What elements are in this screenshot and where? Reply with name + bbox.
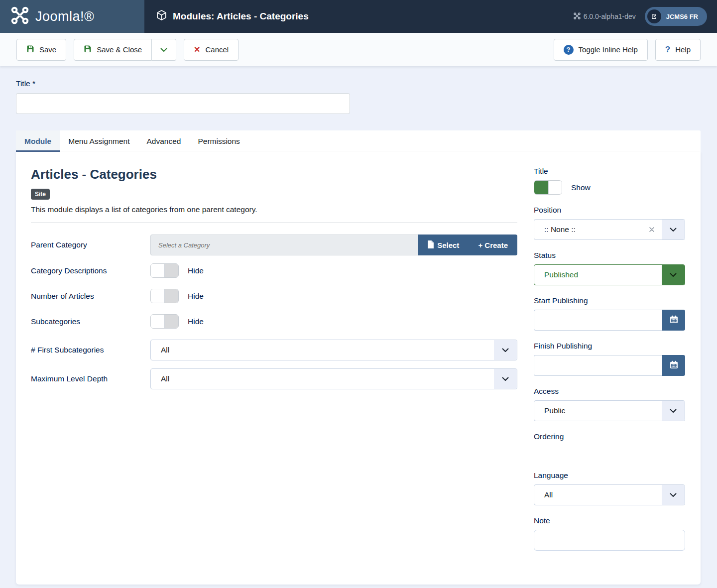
start-publishing-calendar-button[interactable] [662,310,685,331]
number-of-articles-toggle[interactable] [150,289,179,303]
finish-publishing-calendar-button[interactable] [662,355,685,376]
page-body: Title * Module Menu Assignment Advanced … [0,66,717,585]
note-label: Note [534,516,685,525]
access-field: Access Public [534,387,685,421]
save-options-dropdown-button[interactable] [152,39,176,61]
subcategories-label: Subcategories [31,317,150,326]
site-button-label: JCMS6 FR [666,13,698,20]
note-input[interactable] [534,530,685,551]
first-subcategories-select[interactable]: All [150,340,517,360]
module-options-sidebar: Title Show Position :: None :: [534,167,685,562]
help-label: Help [675,45,691,54]
tab-module[interactable]: Module [16,130,60,152]
ordering-empty-control [534,446,685,460]
number-of-articles-label: Number of Articles [31,292,150,301]
language-label: Language [534,471,685,480]
page-title-bar: Modules: Articles - Categories [144,0,574,33]
calendar-icon [670,315,678,325]
toolbar: Save Save & Close [0,33,717,66]
first-subcategories-row: # First Subcategories All [31,340,517,360]
file-icon [427,240,434,250]
start-publishing-field: Start Publishing [534,296,685,331]
create-category-button[interactable]: + Create [469,235,517,255]
first-subcategories-label: # First Subcategories [31,346,150,354]
floppy-disk-icon [84,45,92,54]
save-label: Save [39,45,56,54]
toggle-inline-help-label: Toggle Inline Help [579,45,638,54]
subcategories-control: Hide [150,314,517,329]
max-level-depth-control: All [150,368,517,389]
ordering-label: Ordering [534,432,685,441]
module-main-column: Articles - Categories Site This module d… [31,167,517,562]
position-label: Position [534,206,685,215]
category-descriptions-label: Category Descriptions [31,266,150,275]
page-title: Modules: Articles - Categories [173,11,309,22]
category-descriptions-control: Hide [150,263,517,278]
max-level-depth-row: Maximum Level Depth All [31,368,517,389]
toolbar-right: ? Toggle Inline Help ? Help [554,39,701,61]
toggle-inline-help-button[interactable]: ? Toggle Inline Help [554,39,648,61]
finish-publishing-field: Finish Publishing [534,342,685,376]
access-select[interactable]: Public [534,400,685,421]
title-show-label: Title [534,167,685,176]
start-publishing-label: Start Publishing [534,296,685,305]
tab-permissions[interactable]: Permissions [189,130,248,152]
parent-category-control: Select + Create [150,235,517,255]
parent-category-row: Parent Category Select [31,235,517,255]
finish-publishing-label: Finish Publishing [534,342,685,351]
cancel-label: Cancel [206,45,229,54]
title-show-toggle[interactable] [534,180,562,195]
calendar-icon [670,360,678,370]
save-close-split-button: Save & Close [74,39,176,61]
module-cube-icon [156,10,167,23]
joomla-wordmark: Joomla!® [35,9,94,24]
joomla-logo-icon [11,6,29,26]
max-level-depth-select[interactable]: All [150,368,517,389]
tab-advanced[interactable]: Advanced [138,130,189,152]
chevron-down-icon [662,401,685,421]
x-mark-icon: ✕ [194,45,200,54]
divider [31,222,517,223]
note-field: Note [534,516,685,551]
cancel-button[interactable]: ✕ Cancel [184,39,239,61]
select-category-button[interactable]: Select [418,235,469,255]
number-of-articles-row: Number of Articles Hide [31,289,517,303]
module-tab-panel: Articles - Categories Site This module d… [16,152,701,585]
clear-position-icon[interactable] [649,220,662,239]
help-button[interactable]: ? Help [655,39,701,61]
toolbar-left: Save Save & Close [16,39,239,61]
title-show-field: Title Show [534,167,685,195]
tab-menu-assignment[interactable]: Menu Assignment [60,130,138,152]
title-field-label: Title * [16,79,701,88]
chevron-down-icon [662,265,685,285]
start-publishing-input[interactable] [534,310,662,331]
language-select[interactable]: All [534,484,685,505]
preview-site-button[interactable]: JCMS6 FR [645,7,707,26]
subcategories-row: Subcategories Hide [31,314,517,329]
position-field: Position :: None :: [534,206,685,240]
module-description: This module displays a list of categorie… [31,205,517,214]
subcategories-state: Hide [188,317,204,326]
first-subcategories-value: All [151,340,494,360]
position-select[interactable]: :: None :: [534,219,685,240]
parent-category-input[interactable] [150,235,418,255]
title-input[interactable] [16,93,350,114]
save-close-button[interactable]: Save & Close [74,39,152,61]
category-descriptions-state: Hide [188,266,204,275]
ordering-field: Ordering [534,432,685,460]
chevron-down-icon [494,369,517,389]
chevron-down-icon [494,340,517,360]
subcategories-toggle[interactable] [150,314,179,329]
max-level-depth-label: Maximum Level Depth [31,374,150,383]
language-value: All [534,485,662,505]
floppy-disk-icon [26,45,34,54]
access-label: Access [534,387,685,396]
save-button[interactable]: Save [16,39,66,61]
status-select[interactable]: Published [534,264,685,285]
category-descriptions-row: Category Descriptions Hide [31,263,517,278]
site-badge: Site [31,189,50,200]
category-descriptions-toggle[interactable] [150,263,179,278]
tabbar: Module Menu Assignment Advanced Permissi… [16,130,701,152]
finish-publishing-input[interactable] [534,355,662,376]
version-info: 6.0.0-alpha1-dev [574,12,636,21]
